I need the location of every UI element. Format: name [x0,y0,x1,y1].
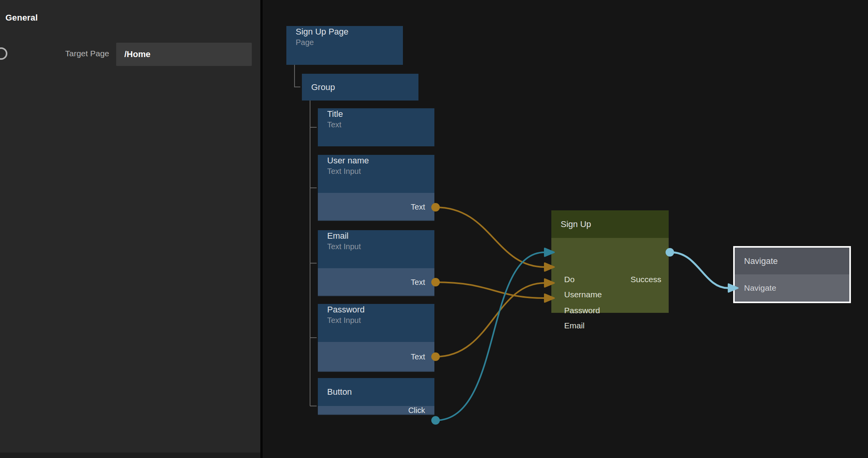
node-title-text[interactable]: Title Text [318,108,434,146]
properties-panel: General Target Page [0,0,260,458]
node-title: Navigate [744,248,840,274]
hierarchy-connector [295,65,300,87]
panel-section-title: General [5,13,38,23]
wire-button-click-to-signup-do[interactable] [436,252,545,420]
port-dot-button-click[interactable] [431,416,440,425]
node-title: Title [327,108,425,120]
port-text-output[interactable]: Text [318,193,434,221]
node-type-label: Page [296,37,394,48]
node-type-label: Text Input [327,315,425,326]
port-password-input[interactable]: Password [564,306,600,315]
node-button[interactable]: Button Click [318,378,434,415]
wire-username-text-to-signup-username[interactable] [436,207,545,267]
port-text-output[interactable]: Text [318,342,434,372]
panel-bottom-strip [0,453,260,458]
node-title: User name [327,155,425,166]
node-title: Group [311,74,409,101]
node-type-label: Text [327,120,425,130]
property-connector-ring-icon[interactable] [0,47,7,60]
target-page-input[interactable] [116,43,252,66]
node-type-label: Text Input [327,241,425,252]
port-username-input[interactable]: Username [564,290,602,299]
node-title: Button [327,378,425,406]
port-success-output[interactable]: Success [631,275,661,284]
node-sign-up-function[interactable]: Sign Up Do Username Password Email Succe… [551,210,669,313]
wire-password-text-to-signup-password[interactable] [436,283,545,357]
node-title: Password [327,304,425,315]
node-type-label: Text Input [327,166,425,177]
node-user-name-input[interactable]: User name Text Input Text [318,155,434,221]
target-page-label: Target Page [23,49,109,58]
port-navigate-input[interactable]: Navigate [735,274,849,302]
app-window: Sign Up Page Page Group Title Text User … [0,0,868,458]
port-click-output[interactable]: Click [318,406,434,415]
panel-canvas-divider [260,0,263,458]
node-title: Sign Up Page [296,26,394,37]
port-text-output[interactable]: Text [318,268,434,296]
node-navigate-selected[interactable]: Navigate Navigate [733,246,851,303]
wire-signup-success-to-navigate[interactable] [671,252,728,288]
node-password-input[interactable]: Password Text Input Text [318,304,434,372]
wire-email-text-to-signup-email[interactable] [436,282,545,298]
node-title: Email [327,230,425,241]
port-email-input[interactable]: Email [564,321,585,330]
node-sign-up-page[interactable]: Sign Up Page Page [286,26,403,65]
node-title: Sign Up [561,210,659,238]
hierarchy-connector [310,101,317,406]
node-group[interactable]: Group [302,74,418,101]
node-email-input[interactable]: Email Text Input Text [318,230,434,296]
port-do-input[interactable]: Do [564,275,575,284]
